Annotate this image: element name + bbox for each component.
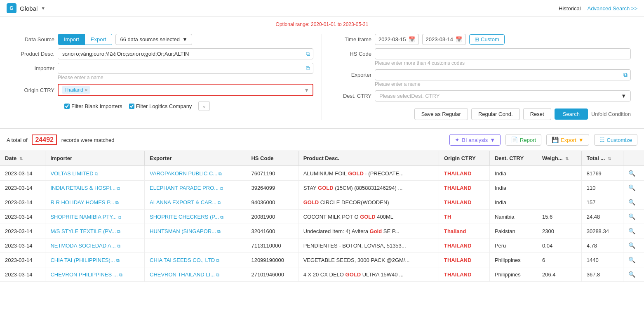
exporter-link[interactable]: HUNTSMAN (SINGAPOR...: [150, 228, 216, 234]
copy-icon[interactable]: ⧉: [220, 186, 223, 191]
copy-icon[interactable]: ⧉: [118, 215, 121, 219]
cell-dest-ctry: Namibia: [489, 210, 537, 224]
row-search-icon[interactable]: 🔍: [628, 184, 635, 191]
data-source-toggle[interactable]: Import Export: [58, 34, 112, 45]
copy-icon[interactable]: ⧉: [306, 50, 310, 57]
importer-link[interactable]: SHOPRITE NAMIBIA PTY...: [50, 214, 117, 220]
cell-importer: M/S STYLE TEXTILE (PV...⧉: [45, 224, 145, 238]
exporter-placeholder-hint: Please enter a name: [375, 81, 631, 87]
optional-range: Optional range: 2020-01-01 to 2023-05-31: [276, 21, 369, 27]
exporter-input-wrap: ⧉: [375, 69, 631, 80]
copy-icon[interactable]: ⧉: [117, 229, 120, 234]
calendar-icon[interactable]: 📅: [409, 36, 415, 42]
exporter-link[interactable]: ELEPHANT PARADE PRO...: [150, 185, 219, 191]
cell-total: 4.78: [581, 238, 623, 253]
cell-weight: [537, 181, 581, 195]
exporter-link[interactable]: VAROPAKORN PUBLIC C...: [150, 170, 217, 177]
copy-icon[interactable]: ⧉: [117, 243, 120, 248]
row-search-icon[interactable]: 🔍: [628, 271, 635, 278]
importer-link[interactable]: CHIA TAI (PHILIPPINES)...: [50, 257, 115, 263]
origin-value: THAILAND: [444, 185, 471, 191]
tag-close-icon[interactable]: ✕: [85, 88, 88, 92]
copy-icon[interactable]: ⧉: [218, 200, 221, 205]
copy-icon[interactable]: ⧉: [115, 200, 119, 205]
copy-icon[interactable]: ⧉: [217, 229, 221, 234]
calendar-icon[interactable]: 📅: [456, 36, 462, 42]
cell-weight: 2300: [537, 224, 581, 238]
exporter-link[interactable]: ALANNA EXPORT & CAR...: [150, 199, 216, 205]
import-toggle[interactable]: Import: [58, 34, 85, 45]
table-row: 2023-03-14INDIA RETAILS & HOSPI...⧉ELEPH…: [0, 181, 644, 195]
cell-dest-ctry: Philippines: [489, 267, 537, 282]
row-search-icon[interactable]: 🔍: [628, 199, 635, 205]
copy-icon[interactable]: ⧉: [219, 171, 222, 176]
cell-origin-ctry: THAILAND: [439, 166, 489, 181]
exporter-link[interactable]: SHOPRITE CHECKERS (P...: [150, 214, 219, 220]
date-from-input[interactable]: 2022-03-15 📅: [375, 34, 419, 45]
copy-icon[interactable]: ⧉: [623, 71, 628, 78]
results-header: A total of 24492 records were matched ✦ …: [0, 129, 644, 151]
chevron-down-icon: ▼: [490, 137, 495, 143]
importer-input[interactable]: [58, 63, 313, 74]
importer-link[interactable]: R R HOLIDAY HOMES P...: [50, 199, 114, 205]
copy-icon[interactable]: ⧉: [306, 65, 310, 72]
origin-ctry-row: Origin CTRY Thailand ✕ ▼: [13, 84, 313, 96]
advanced-search-link[interactable]: Advanced Search >>: [588, 5, 637, 12]
date-to-input[interactable]: 2023-03-14 📅: [422, 34, 466, 45]
exporter-input[interactable]: [375, 69, 631, 80]
importer-link[interactable]: INDIA RETAILS & HOSPI...: [50, 185, 115, 191]
collapse-button[interactable]: ⌄: [198, 101, 210, 111]
copy-icon[interactable]: ⧉: [95, 171, 98, 176]
chevron-down-icon[interactable]: ▼: [41, 6, 45, 11]
copy-icon[interactable]: ⧉: [216, 272, 219, 277]
copy-icon[interactable]: ⧉: [216, 258, 219, 263]
copy-icon[interactable]: ⧉: [116, 258, 120, 263]
importer-link[interactable]: VOLTAS LIMITED: [50, 170, 93, 177]
dest-ctry-select[interactable]: Please selectDest. CTRY ▼: [375, 90, 631, 101]
row-search-icon[interactable]: 🔍: [628, 170, 635, 177]
exporter-link[interactable]: CHEVRON THAILAND LI...: [150, 271, 215, 278]
customize-button[interactable]: ☷ Customize: [594, 134, 637, 146]
importer-link[interactable]: M/S STYLE TEXTILE (PV...: [50, 228, 116, 234]
table-row: 2023-03-14R R HOLIDAY HOMES P...⧉ALANNA …: [0, 195, 644, 210]
export-button[interactable]: 💾 Export ▼: [546, 134, 589, 146]
hs-code-input[interactable]: [375, 48, 631, 59]
cell-dest-ctry: Philippines: [489, 253, 537, 267]
origin-value: THAILAND: [444, 271, 471, 278]
copy-icon[interactable]: ⧉: [119, 272, 122, 277]
cell-exporter: VAROPAKORN PUBLIC C...⧉: [145, 166, 246, 181]
row-search-icon[interactable]: 🔍: [628, 257, 635, 263]
cell-exporter: CHIA TAI SEEDS CO., LTD⧉: [145, 253, 246, 267]
product-desc-input[interactable]: [58, 48, 313, 59]
regular-cond-button[interactable]: Regular Cond.: [471, 108, 520, 120]
search-button[interactable]: Search: [555, 109, 588, 120]
row-search-icon[interactable]: 🔍: [628, 242, 635, 249]
reset-button[interactable]: Reset: [523, 108, 551, 120]
sources-select[interactable]: 66 data sources selected ▼: [115, 34, 192, 45]
col-total[interactable]: Total ... ⇅: [581, 151, 623, 166]
historical-link[interactable]: Historical: [559, 5, 581, 12]
save-regular-button[interactable]: Save as Regular: [414, 108, 468, 120]
exporter-link[interactable]: CHIA TAI SEEDS CO., LTD: [150, 257, 215, 263]
row-search-icon[interactable]: 🔍: [628, 213, 635, 220]
cell-exporter: ELEPHANT PARADE PRO...⧉: [145, 181, 246, 195]
copy-icon[interactable]: ⧉: [220, 215, 223, 219]
cell-dest-ctry: Pakistan: [489, 224, 537, 238]
filter-logistics-checkbox[interactable]: [129, 104, 134, 109]
row-search-icon[interactable]: 🔍: [628, 228, 635, 234]
export-toggle[interactable]: Export: [85, 34, 112, 45]
copy-icon[interactable]: ⧉: [117, 186, 120, 191]
bi-analysis-button[interactable]: ✦ BI analysis ▼: [449, 134, 501, 146]
filter-logistics-label[interactable]: Filter Logitics Company: [129, 103, 192, 109]
col-weight[interactable]: Weigh... ⇅: [537, 151, 581, 166]
origin-ctry-input[interactable]: Thailand ✕ ▼: [58, 84, 313, 96]
filter-blank-label[interactable]: Filter Blank Importers: [64, 103, 122, 109]
report-button[interactable]: 📄 Report: [505, 134, 541, 146]
col-date[interactable]: Date ⇅: [0, 151, 45, 166]
custom-button[interactable]: ⊞ Custom: [469, 34, 505, 45]
chevron-down-icon[interactable]: ▼: [304, 87, 309, 93]
filter-blank-checkbox[interactable]: [64, 104, 70, 109]
importer-link[interactable]: CHEVRON PHILIPPINES ...: [50, 271, 118, 278]
importer-link[interactable]: NETMODA SOCIEDAD A...: [50, 243, 115, 249]
unfold-condition[interactable]: Unfold Condition: [591, 111, 631, 117]
